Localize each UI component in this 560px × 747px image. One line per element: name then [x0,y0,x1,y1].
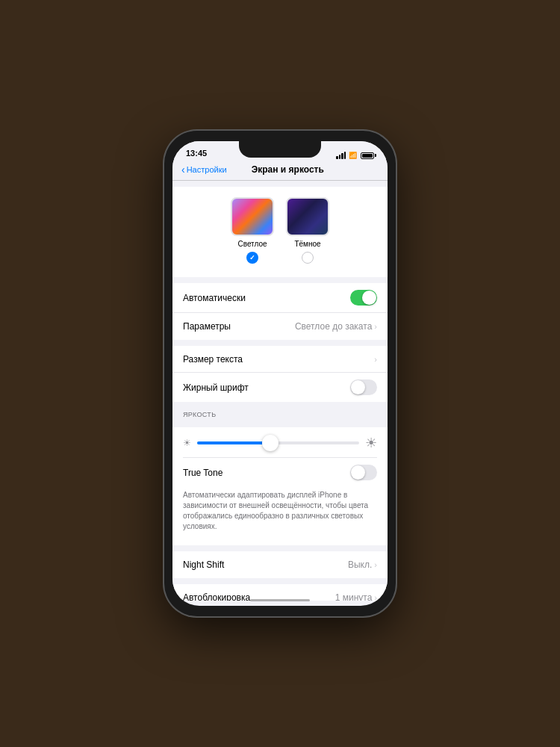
lock-group: Автоблокировка 1 минута › Поднятие для а… [172,584,388,601]
bold-toggle[interactable] [350,379,377,395]
night-shift-value: Выкл. [348,560,372,570]
text-size-chevron-group: › [374,355,377,364]
status-time: 13:45 [186,149,207,159]
brightness-control: ☀ ☀ True Tone Автоматиче [172,427,388,545]
brightness-row: ☀ ☀ [183,432,377,454]
phone-screen: 13:45 📶 ‹ Настройки Экран и яркост [172,141,388,606]
params-value: Светлое до заката [295,321,372,332]
true-tone-description: Автоматически адаптировать дисплей iPhon… [183,487,377,538]
phone-frame: 13:45 📶 ‹ Настройки Экран и яркост [164,131,396,616]
dark-mode-radio[interactable] [302,252,314,264]
brightness-slider[interactable] [197,441,359,444]
appearance-options: Светлое Тёмное [183,194,377,270]
params-value-group: Светлое до заката › [295,321,377,332]
sun-small-icon: ☀ [183,438,191,448]
light-mode-option[interactable]: Светлое [231,197,274,264]
night-shift-label: Night Shift [183,560,224,570]
true-tone-row: True Tone [183,457,377,487]
night-shift-value-group: Выкл. › [348,560,377,570]
brightness-thumb[interactable] [262,435,279,451]
text-size-row[interactable]: Размер текста › [172,346,388,373]
night-shift-section: Night Shift Выкл. › [172,551,388,578]
battery-icon [361,152,374,159]
auto-lock-value: 1 минута [335,592,373,601]
auto-lock-value-group: 1 минута › [335,592,377,601]
bold-label: Жирный шрифт [183,382,249,393]
home-indicator [250,599,310,601]
back-chevron-icon: ‹ [181,164,185,176]
sun-large-icon: ☀ [365,435,377,451]
night-shift-chevron-icon: › [374,560,377,569]
dark-mode-thumb [286,197,329,236]
notch [239,141,321,158]
appearance-section: Светлое Тёмное [172,187,388,277]
nav-bar: ‹ Настройки Экран и яркость [172,162,388,181]
night-shift-group: Night Shift Выкл. › [172,551,388,578]
text-size-label: Размер текста [183,354,243,365]
params-label: Параметры [183,321,231,332]
bold-row: Жирный шрифт [172,373,388,402]
text-section: Размер текста › Жирный шрифт [172,346,388,402]
page-title: Экран и яркость [197,164,379,175]
auto-lock-row[interactable]: Автоблокировка 1 минута › [172,584,388,601]
lock-section: Автоблокировка 1 минута › Поднятие для а… [172,584,388,601]
auto-group: Автоматически Параметры Светлое до закат… [172,283,388,340]
brightness-section: ЯРКОСТЬ ☀ ☀ True Tone [172,408,388,545]
auto-lock-chevron-icon: › [374,593,377,601]
auto-label: Автоматически [183,293,246,303]
content-scroll[interactable]: Светлое Тёмное Автоматически [172,181,388,601]
true-tone-toggle[interactable] [350,465,377,480]
status-icons: 📶 [336,152,374,159]
text-group: Размер текста › Жирный шрифт [172,346,388,402]
text-size-chevron-icon: › [374,355,377,364]
light-mode-radio[interactable] [246,252,258,264]
dark-mode-option[interactable]: Тёмное [286,197,329,264]
brightness-header: ЯРКОСТЬ [172,408,388,421]
wifi-icon: 📶 [349,152,357,159]
light-mode-thumb [231,197,274,236]
auto-row: Автоматически [172,283,388,313]
params-row[interactable]: Параметры Светлое до заката › [172,313,388,340]
night-shift-row[interactable]: Night Shift Выкл. › [172,551,388,578]
auto-lock-label: Автоблокировка [183,592,250,601]
light-mode-label: Светлое [237,240,267,248]
brightness-fill [197,441,270,444]
dark-mode-label: Тёмное [294,240,320,248]
true-tone-label: True Tone [183,468,223,478]
params-chevron-icon: › [374,322,377,331]
auto-section: Автоматически Параметры Светлое до закат… [172,283,388,340]
auto-toggle[interactable] [350,290,377,306]
signal-icon [336,152,346,159]
